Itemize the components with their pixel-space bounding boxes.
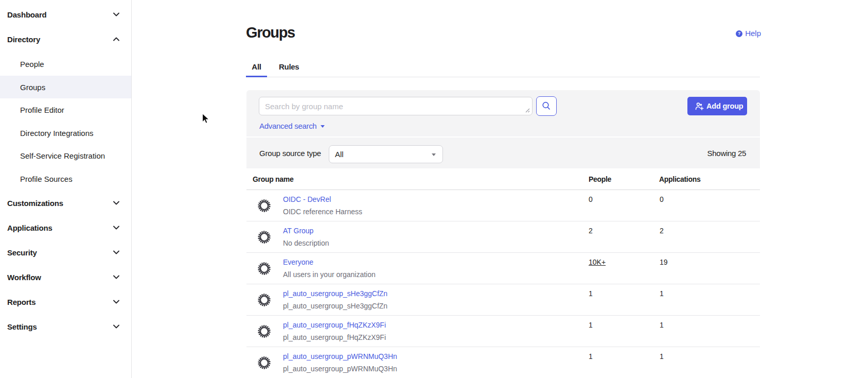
svg-text:?: ?: [738, 31, 740, 36]
